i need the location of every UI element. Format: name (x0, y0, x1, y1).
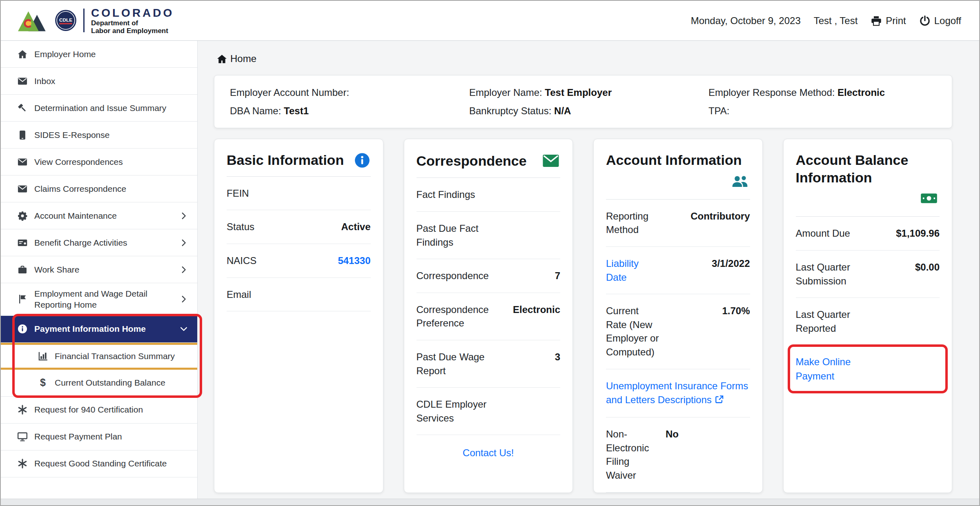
top-header-bar: CDLE COLORADO Department of Labor and Em… (1, 1, 979, 41)
sidebar-item-payment-information-home[interactable]: Payment Information Home (1, 316, 197, 343)
card-title: Account Information (606, 151, 750, 169)
row-label: Last Quarter Submission (796, 260, 875, 288)
envelope-icon (541, 151, 560, 170)
sidebar-item-request-good-standing-certificate[interactable]: Request Good Standing Certificate (1, 451, 197, 477)
naics-code-link[interactable]: 541330 (338, 254, 370, 268)
sidebar-navigation: Employer Home Inbox Determination and Is… (1, 41, 198, 505)
info-circle-icon (17, 324, 28, 334)
row-label: Correspondence Preference (416, 303, 506, 330)
card-icon-row (796, 189, 940, 209)
bankruptcy-status-field: Bankruptcy Status: N/A (469, 104, 708, 117)
brand-text: COLORADO Department of Labor and Employm… (91, 7, 174, 35)
breadcrumb-home-link[interactable]: Home (230, 53, 256, 64)
row-label: CDLE Employer Services (416, 397, 506, 425)
row-value: 1.70% (722, 304, 750, 359)
sidebar-item-work-share[interactable]: Work Share (1, 256, 197, 283)
correspondence-preference-row: Correspondence Preference Electronic (416, 293, 561, 340)
dollar-icon (38, 377, 48, 388)
ui-forms-descriptions-link[interactable]: Unemployment Insurance Forms and Letters… (606, 380, 748, 406)
sidebar-item-financial-transaction-summary[interactable]: Financial Transaction Summary (1, 343, 197, 370)
sidebar-item-label: Work Share (34, 264, 173, 275)
card-header: Account Information (606, 139, 750, 200)
sidebar-item-sides-e-response[interactable]: SIDES E-Response (1, 122, 197, 149)
sidebar-item-employer-home[interactable]: Employer Home (1, 41, 197, 68)
breadcrumb: Home (216, 53, 952, 64)
forms-link-text: Unemployment Insurance Forms and Letters… (606, 380, 748, 406)
sidebar-item-request-940-certification[interactable]: Request for 940 Certification (1, 397, 197, 424)
status-row: Status Active (227, 210, 371, 244)
current-date: Monday, October 9, 2023 (691, 15, 801, 27)
sidebar-item-request-payment-plan[interactable]: Request Payment Plan (1, 424, 197, 451)
row-value: Active (341, 220, 370, 234)
sidebar-item-view-correspondences[interactable]: View Correspondences (1, 149, 197, 175)
desktop-icon (17, 431, 28, 442)
brand-divider (83, 9, 85, 32)
sidebar-item-claims-correspondence[interactable]: Claims Correspondence (1, 175, 197, 202)
sidebar-item-label: Employment and Wage Detail Reporting Hom… (34, 288, 173, 311)
chevron-right-icon (179, 211, 188, 220)
dashboard-cards: Basic Information FEIN Status Active NAI… (214, 139, 952, 493)
main-content: Home Employer Account Number: DBA Name: … (198, 41, 979, 505)
employer-summary-column: Employer Name: Test Employer Bankruptcy … (469, 86, 708, 117)
field-value: N/A (554, 105, 571, 116)
field-value: Test1 (284, 105, 309, 116)
row-label: Fact Findings (416, 188, 506, 202)
topbar-actions: Monday, October 9, 2023 Test , Test Prin… (691, 15, 961, 27)
row-value: $1,109.96 (896, 226, 940, 240)
sidebar-item-account-maintenance[interactable]: Account Maintenance (1, 202, 197, 229)
row-label: Past Due Wage Report (416, 350, 506, 377)
current-rate-row: Current Rate (New Employer or Computed) … (606, 294, 750, 369)
gears-icon (17, 211, 28, 221)
row-label: Amount Due (796, 226, 875, 240)
fein-row: FEIN (227, 177, 371, 211)
row-value: Electronic (513, 303, 560, 330)
row-label: Past Due Fact Findings (416, 222, 506, 249)
sidebar-item-label: View Correspondences (34, 156, 188, 167)
sidebar-item-label: Request Good Standing Certificate (34, 458, 188, 469)
row-value: No (666, 427, 750, 482)
row-label: Current Rate (New Employer or Computed) (606, 304, 661, 359)
cdle-employer-services-row: CDLE Employer Services (416, 388, 561, 435)
field-label: Employer Account Number: (230, 87, 349, 98)
print-button[interactable]: Print (871, 15, 906, 27)
sidebar-item-label: Payment Information Home (34, 323, 173, 334)
correspondence-count-row: Correspondence 7 (416, 259, 561, 293)
cdle-brand: CDLE COLORADO Department of Labor and Em… (17, 7, 174, 35)
card-icon-row (606, 172, 750, 192)
sidebar-item-label: Financial Transaction Summary (55, 351, 188, 362)
employer-summary-bar: Employer Account Number: DBA Name: Test1… (214, 75, 952, 128)
field-value: Electronic (837, 87, 885, 98)
reporting-method-row: Reporting Method Contributory (606, 200, 750, 247)
past-due-wage-report-row: Past Due Wage Report 3 (416, 340, 561, 388)
home-icon (17, 49, 28, 60)
sidebar-item-inbox[interactable]: Inbox (1, 68, 197, 95)
card-header: Basic Information (227, 139, 371, 177)
sidebar-item-label: Determination and Issue Summary (34, 102, 188, 113)
sidebar-item-employment-wage-detail-reporting-home[interactable]: Employment and Wage Detail Reporting Hom… (1, 283, 197, 316)
sidebar-item-label: Request for 940 Certification (34, 404, 188, 415)
email-row: Email (227, 278, 371, 312)
past-due-fact-findings-row: Past Due Fact Findings (416, 212, 561, 259)
sidebar-item-current-outstanding-balance[interactable]: Current Outstanding Balance (1, 370, 197, 397)
sidebar-item-determination-issue-summary[interactable]: Determination and Issue Summary (1, 95, 197, 122)
card-header: Account Balance Information (796, 139, 940, 217)
envelope-icon (17, 157, 28, 167)
money-check-icon (17, 237, 28, 248)
window-scrollbar[interactable] (1, 499, 979, 505)
liability-date-row: Liability Date 3/1/2022 (606, 247, 750, 294)
make-online-payment-link[interactable]: Make Online Payment (796, 355, 869, 384)
row-label: Reporting Method (606, 209, 661, 237)
row-label: Liability Date (606, 257, 661, 284)
envelope-icon (17, 184, 28, 194)
row-label: FEIN (227, 186, 249, 200)
liability-date-link[interactable]: Liability Date (606, 258, 639, 283)
sidebar-item-benefit-charge-activities[interactable]: Benefit Charge Activities (1, 229, 197, 256)
logoff-button[interactable]: Logoff (919, 15, 961, 27)
card-header: Correspondence (416, 139, 561, 178)
contact-us-link[interactable]: Contact Us! (463, 447, 514, 458)
gavel-icon (17, 103, 28, 113)
row-label: Status (227, 220, 254, 234)
sidebar-item-label: SIDES E-Response (34, 129, 188, 140)
last-quarter-reported-row: Last Quarter Reported (796, 298, 940, 345)
brand-dept-line1: Department of (91, 19, 174, 27)
